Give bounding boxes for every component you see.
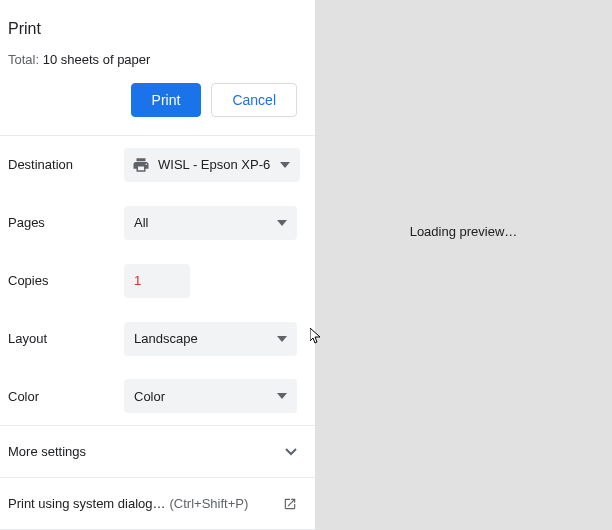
color-row: Color Color bbox=[0, 367, 315, 425]
print-settings-panel: Print Total: 10 sheets of paper Print Ca… bbox=[0, 0, 315, 530]
layout-label: Layout bbox=[8, 331, 124, 346]
external-link-icon bbox=[283, 497, 297, 511]
total-prefix: Total: bbox=[8, 52, 43, 67]
destination-value: WISL - Epson XP-6 bbox=[158, 157, 270, 172]
loading-preview-text: Loading preview… bbox=[410, 224, 518, 239]
color-label: Color bbox=[8, 389, 124, 404]
system-dialog-text: Print using system dialog… bbox=[8, 496, 166, 511]
destination-select[interactable]: WISL - Epson XP-6 bbox=[124, 148, 300, 182]
cancel-button[interactable]: Cancel bbox=[211, 83, 297, 117]
action-buttons: Print Cancel bbox=[0, 67, 315, 135]
page-title: Print bbox=[8, 20, 307, 38]
layout-value: Landscape bbox=[134, 331, 267, 346]
more-settings-label: More settings bbox=[8, 444, 86, 459]
print-button[interactable]: Print bbox=[131, 83, 202, 117]
system-dialog-link[interactable]: Print using system dialog… (Ctrl+Shift+P… bbox=[0, 478, 315, 529]
chevron-down-icon bbox=[277, 336, 287, 342]
system-dialog-label: Print using system dialog… (Ctrl+Shift+P… bbox=[8, 496, 248, 511]
copies-input[interactable] bbox=[124, 264, 190, 298]
printer-icon bbox=[132, 156, 150, 174]
header: Print Total: 10 sheets of paper bbox=[0, 0, 315, 67]
preview-panel: Loading preview… bbox=[315, 0, 612, 530]
chevron-down-icon bbox=[277, 393, 287, 399]
total-value: 10 sheets of paper bbox=[43, 52, 151, 67]
copies-row: Copies bbox=[0, 252, 315, 310]
color-select[interactable]: Color bbox=[124, 379, 297, 413]
color-value: Color bbox=[134, 389, 267, 404]
pages-value: All bbox=[134, 215, 267, 230]
layout-row: Layout Landscape bbox=[0, 310, 315, 368]
layout-select[interactable]: Landscape bbox=[124, 322, 297, 356]
pages-select[interactable]: All bbox=[124, 206, 297, 240]
pages-row: Pages All bbox=[0, 194, 315, 252]
chevron-down-icon bbox=[285, 448, 297, 456]
system-dialog-shortcut: (Ctrl+Shift+P) bbox=[170, 496, 249, 511]
destination-row: Destination WISL - Epson XP-6 bbox=[0, 136, 315, 194]
destination-label: Destination bbox=[8, 157, 124, 172]
chevron-down-icon bbox=[280, 162, 290, 168]
more-settings-toggle[interactable]: More settings bbox=[0, 426, 315, 477]
total-sheets: Total: 10 sheets of paper bbox=[8, 52, 307, 67]
pages-label: Pages bbox=[8, 215, 124, 230]
copies-label: Copies bbox=[8, 273, 124, 288]
chevron-down-icon bbox=[277, 220, 287, 226]
